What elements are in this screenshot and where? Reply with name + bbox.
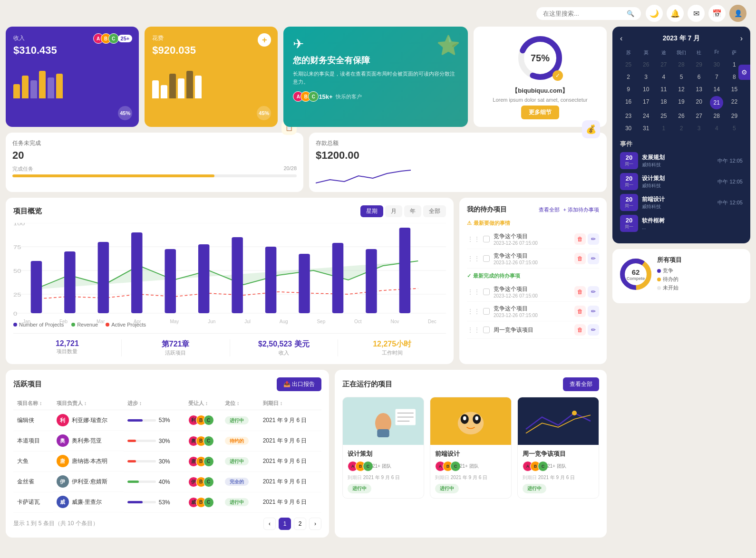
todo-actions: 查看全部 + 添加待办事项 xyxy=(539,206,599,213)
calendar-day[interactable]: 25 xyxy=(655,110,672,122)
svg-rect-22 xyxy=(332,243,343,313)
calendar-day[interactable]: 17 xyxy=(638,96,654,109)
calendar-day[interactable]: 2 xyxy=(620,71,637,83)
calendar-day[interactable]: 7 xyxy=(708,71,725,83)
calendar-day[interactable]: 18 xyxy=(655,96,672,109)
calendar-day[interactable]: 26 xyxy=(673,110,689,122)
see-all-link[interactable]: 查看全部 xyxy=(539,206,560,213)
prev-page-button[interactable]: ‹ xyxy=(263,518,276,530)
todo-edit-button[interactable]: ✏ xyxy=(588,286,599,298)
calendar-day[interactable]: 1 xyxy=(655,123,672,134)
calendar-day[interactable]: 2 xyxy=(673,123,689,134)
legend-label: 待办的 xyxy=(663,276,678,283)
add-todo-link[interactable]: + 添加待办事项 xyxy=(563,206,599,213)
all-projects-header: 62 Compete 所有项目 竞争待办的未开始 xyxy=(619,256,744,293)
calendar-day[interactable]: 30 xyxy=(708,59,725,70)
theme-toggle[interactable]: 🌙 xyxy=(646,5,663,22)
sort-icon[interactable]: ↕ xyxy=(39,400,42,406)
view-all-button[interactable]: 查看全部 xyxy=(563,377,599,391)
detail-button[interactable]: 更多细节 xyxy=(521,106,559,119)
todo-delete-button[interactable]: 🗑 xyxy=(574,286,586,298)
todo-edit-button[interactable]: ✏ xyxy=(588,233,599,245)
calendar-day[interactable]: 13 xyxy=(691,84,708,95)
page-1-button[interactable]: 1 xyxy=(279,518,291,530)
calendar-day[interactable]: 14 xyxy=(708,84,725,95)
calendar-day[interactable]: 28 xyxy=(708,110,725,122)
sort-icon[interactable]: ↕ xyxy=(205,400,208,406)
todo-edit-button[interactable]: ✏ xyxy=(588,253,599,264)
notifications-icon[interactable]: 🔔 xyxy=(667,5,684,22)
calendar-day[interactable]: 29 xyxy=(691,59,708,70)
todo-checkbox[interactable] xyxy=(483,289,490,295)
calendar-icon[interactable]: 📅 xyxy=(708,5,726,22)
tab-week[interactable]: 星期 xyxy=(360,205,383,217)
calendar-day[interactable]: 27 xyxy=(655,59,672,70)
calendar-day[interactable]: 15 xyxy=(726,84,743,95)
todo-edit-button[interactable]: ✏ xyxy=(588,306,599,317)
calendar-day[interactable]: 5 xyxy=(726,123,743,134)
calendar-day[interactable]: 27 xyxy=(691,110,708,122)
todo-delete-button[interactable]: 🗑 xyxy=(574,233,586,245)
calendar-day[interactable]: 20 xyxy=(691,96,708,109)
sort-icon[interactable]: ↕ xyxy=(237,400,240,406)
calendar-day[interactable]: 12 xyxy=(673,84,689,95)
calendar-day[interactable]: 21 xyxy=(710,96,723,109)
todo-edit-button[interactable]: ✏ xyxy=(588,324,599,336)
calendar-day[interactable]: 26 xyxy=(638,59,654,70)
sort-icon[interactable]: ↕ xyxy=(139,400,142,406)
event-item: 20 周一 前端设计 威特科技 中午 12:05 xyxy=(620,194,743,211)
tab-year[interactable]: 年 xyxy=(404,205,421,217)
svg-point-38 xyxy=(475,416,478,421)
todo-checkbox[interactable] xyxy=(483,255,490,262)
sort-icon[interactable]: ↕ xyxy=(280,400,283,406)
search-box[interactable]: 🔍 xyxy=(536,7,641,20)
calendar-day[interactable]: 31 xyxy=(638,123,654,134)
calendar-day[interactable]: 29 xyxy=(726,110,743,122)
todo-delete-button[interactable]: 🗑 xyxy=(574,306,586,317)
page-2-button[interactable]: 2 xyxy=(294,518,306,530)
user-avatar[interactable]: 👤 xyxy=(729,5,746,22)
calendar-day[interactable]: 25 xyxy=(620,59,637,70)
drag-handle[interactable]: ⋮⋮ xyxy=(467,308,480,315)
legend-item: 未开始 xyxy=(657,284,744,291)
todo-delete-button[interactable]: 🗑 xyxy=(574,324,586,336)
cal-next-button[interactable]: › xyxy=(740,34,743,43)
tab-month[interactable]: 月 xyxy=(385,205,402,217)
calendar-day[interactable]: 5 xyxy=(673,71,689,83)
export-button[interactable]: 📤 出口报告 xyxy=(277,377,321,391)
calendar-day[interactable]: 4 xyxy=(708,123,725,134)
drag-handle[interactable]: ⋮⋮ xyxy=(467,288,480,296)
drag-handle[interactable]: ⋮⋮ xyxy=(467,235,480,243)
calendar-day[interactable]: 10 xyxy=(638,84,654,95)
search-input[interactable] xyxy=(543,10,623,17)
cal-prev-button[interactable]: ‹ xyxy=(620,34,622,43)
calendar-day[interactable]: 9 xyxy=(620,84,637,95)
sort-icon[interactable]: ↕ xyxy=(84,400,87,406)
tab-all[interactable]: 全部 xyxy=(423,205,446,217)
todo-checkbox[interactable] xyxy=(483,236,490,242)
chart-tabs[interactable]: 星期 月 年 全部 xyxy=(360,205,446,217)
calendar-day[interactable]: 19 xyxy=(673,96,689,109)
calendar-day[interactable]: 22 xyxy=(726,96,743,109)
calendar-day[interactable]: 30 xyxy=(620,123,637,134)
todo-checkbox[interactable] xyxy=(483,308,490,315)
calendar-day[interactable]: 23 xyxy=(620,110,637,122)
calendar-day[interactable]: 4 xyxy=(655,71,672,83)
event-date: 20 周一 xyxy=(620,173,638,190)
calendar-day[interactable]: 3 xyxy=(691,123,708,134)
settings-button[interactable]: ⚙ xyxy=(738,65,750,80)
calendar-day[interactable]: 28 xyxy=(673,59,689,70)
calendar-day[interactable]: 16 xyxy=(620,96,637,109)
next-page-button[interactable]: › xyxy=(309,518,321,530)
mail-icon[interactable]: ✉ xyxy=(688,5,705,22)
calendar-day[interactable]: 6 xyxy=(691,71,708,83)
drag-handle[interactable]: ⋮⋮ xyxy=(467,255,480,262)
calendar-day[interactable]: 3 xyxy=(638,71,654,83)
calendar-day[interactable]: 24 xyxy=(638,110,654,122)
todo-checkbox[interactable] xyxy=(483,327,490,333)
todo-delete-button[interactable]: 🗑 xyxy=(574,253,586,264)
calendar-dow: 社 xyxy=(691,48,708,58)
running-projects-panel: 正在运行的项目 查看全部 设计策划 A B C 21+ 团队 到期日 2021 … xyxy=(335,370,607,538)
calendar-day[interactable]: 11 xyxy=(655,84,672,95)
drag-handle[interactable]: ⋮⋮ xyxy=(467,326,480,334)
